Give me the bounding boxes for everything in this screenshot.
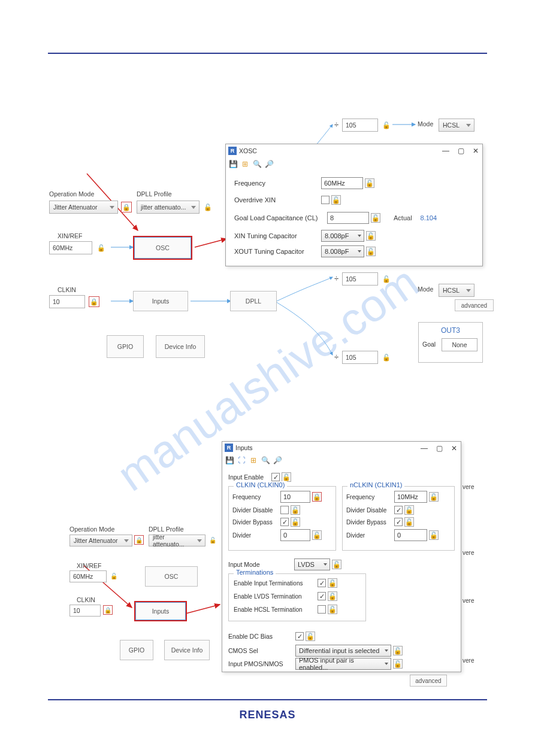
osc-block[interactable]: OSC	[145, 566, 198, 587]
cmos-sel-select[interactable]: Differential input is selected	[295, 645, 391, 657]
minimize-icon[interactable]: —	[421, 444, 428, 453]
clkin-field[interactable]: 10	[49, 295, 85, 308]
lock-icon[interactable]: 🔓	[328, 578, 337, 588]
svg-line-7	[186, 605, 220, 614]
device-info-block[interactable]: Device Info	[156, 335, 205, 358]
lock-icon[interactable]: 🔓	[393, 659, 403, 669]
lock-icon[interactable]: 🔓	[208, 535, 217, 545]
clk0-divbyp-checkbox[interactable]: ✓	[280, 518, 289, 526]
op-mode-select[interactable]: Jitter Attenuator	[69, 535, 132, 546]
lock-icon[interactable]: 🔓	[404, 517, 414, 527]
xinref-field[interactable]: 60MHz	[69, 570, 107, 582]
lock-icon[interactable]: 🔓	[96, 242, 107, 253]
clk0-div-input[interactable]: 0	[280, 529, 310, 541]
op-mode-select[interactable]: Jitter Attenuator	[49, 201, 118, 214]
maximize-icon[interactable]: ▢	[436, 444, 443, 453]
lock-icon[interactable]: 🔓	[366, 231, 376, 241]
clk1-divdis-checkbox[interactable]: ✓	[394, 506, 403, 514]
lock-icon[interactable]: 🔓	[371, 213, 380, 223]
lock-icon[interactable]: 🔓	[291, 517, 300, 527]
close-icon[interactable]: ✕	[451, 444, 457, 453]
dpll-block[interactable]: DPLL	[230, 291, 277, 311]
lock-icon[interactable]: 🔒	[89, 296, 99, 307]
cl-input[interactable]: 8	[327, 212, 369, 224]
advanced-button[interactable]: advanced	[455, 299, 494, 311]
save-icon[interactable]: 💾	[228, 159, 238, 169]
term-hcsl-checkbox[interactable]	[318, 605, 326, 614]
mode-select[interactable]: HCSL	[439, 284, 474, 297]
xin-cap-select[interactable]: 8.008pF	[321, 230, 364, 242]
lock-icon[interactable]: 🔓	[332, 560, 341, 569]
lock-icon[interactable]: 🔓	[381, 120, 392, 130]
input-mode-select[interactable]: LVDS	[294, 558, 330, 570]
xout-cap-select[interactable]: 8.008pF	[321, 245, 364, 257]
inputs-window: R Inputs — ▢ ✕ 💾 ⛶ ⊞ 🔍 🔎 Input Enable ✓ …	[222, 441, 461, 672]
cutoff-text: vere	[463, 597, 474, 604]
lock-icon[interactable]: 🔓	[306, 631, 315, 641]
pmos-nmos-select[interactable]: PMOS input pair is enabled...	[295, 658, 391, 670]
app-icon: R	[228, 147, 237, 155]
lock-icon[interactable]: 🔓	[291, 505, 300, 515]
lock-icon[interactable]: 🔒	[134, 535, 144, 545]
zoom-in-icon[interactable]: 🔎	[264, 159, 274, 169]
lock-icon[interactable]: 🔓	[282, 472, 291, 482]
term-lvds-checkbox[interactable]: ✓	[318, 592, 326, 600]
inputs-block[interactable]: Inputs	[134, 601, 187, 621]
lock-icon[interactable]: 🔓	[312, 530, 322, 540]
device-info-block[interactable]: Device Info	[164, 640, 210, 660]
save-icon[interactable]: 💾	[225, 456, 234, 465]
clk0-divdis-checkbox[interactable]	[280, 506, 289, 514]
clk0-freq-input[interactable]: 10	[280, 491, 310, 503]
lock-icon[interactable]: 🔓	[328, 591, 337, 601]
lock-icon[interactable]: 🔓	[429, 492, 439, 502]
dpll-profile-select[interactable]: jitter attenuato...	[137, 201, 200, 214]
lock-icon[interactable]: 🔓	[109, 571, 119, 581]
advanced-button[interactable]: advanced	[410, 675, 447, 687]
dpll-profile-select[interactable]: jitter attenuato...	[149, 535, 205, 546]
gpio-block[interactable]: GPIO	[120, 640, 153, 660]
input-enable-checkbox[interactable]: ✓	[271, 473, 280, 481]
goal-field[interactable]: None	[442, 338, 477, 351]
clkin-field[interactable]: 10	[69, 605, 101, 617]
lock-icon[interactable]: 🔓	[404, 505, 414, 515]
zoom-out-icon[interactable]: 🔍	[261, 456, 270, 465]
lock-icon[interactable]: 🔒	[103, 605, 113, 615]
fit-icon[interactable]: ⛶	[237, 456, 246, 465]
clk1-freq-input[interactable]: 10MHz	[394, 491, 427, 503]
osc-block[interactable]: OSC	[133, 236, 192, 260]
grid-icon[interactable]: ⊞	[240, 159, 250, 169]
maximize-icon[interactable]: ▢	[458, 147, 464, 155]
lock-icon[interactable]: 🔓	[366, 247, 376, 256]
lock-icon[interactable]: 🔓	[331, 195, 341, 205]
overdrive-checkbox[interactable]	[321, 196, 330, 204]
zoom-in-icon[interactable]: 🔎	[273, 456, 282, 465]
lock-icon[interactable]: 🔓	[393, 646, 403, 655]
grid-icon[interactable]: ⊞	[249, 456, 258, 465]
lock-icon[interactable]: 🔓	[381, 352, 392, 363]
lock-icon[interactable]: 🔓	[429, 530, 439, 540]
lock-icon[interactable]: 🔓	[365, 178, 374, 188]
xinref-field[interactable]: 60MHz	[49, 241, 92, 254]
inputs-block[interactable]: Inputs	[133, 291, 188, 311]
divider-field[interactable]: 105	[342, 351, 378, 364]
lock-icon[interactable]: 🔒	[121, 202, 132, 212]
term-in-checkbox[interactable]: ✓	[318, 579, 326, 587]
lock-icon[interactable]: 🔓	[328, 605, 337, 614]
divider-field[interactable]: 105	[342, 119, 378, 132]
close-icon[interactable]: ✕	[473, 147, 479, 155]
lock-icon[interactable]: 🔒	[312, 492, 322, 502]
minimize-icon[interactable]: —	[442, 147, 449, 155]
pmos-nmos-label: Input PMOS/NMOS	[228, 660, 295, 667]
out3-title: OUT3	[419, 323, 482, 335]
dcbias-checkbox[interactable]: ✓	[295, 632, 304, 640]
divider-field[interactable]: 105	[342, 272, 378, 286]
lock-icon[interactable]: 🔓	[202, 202, 213, 212]
mode-select[interactable]: HCSL	[439, 119, 474, 132]
term-in-label: Enable Input Terminations	[234, 580, 318, 587]
clk1-divbyp-checkbox[interactable]: ✓	[394, 518, 403, 526]
clk1-div-input[interactable]: 0	[394, 529, 427, 541]
gpio-block[interactable]: GPIO	[107, 335, 144, 358]
zoom-out-icon[interactable]: 🔍	[252, 159, 262, 169]
lock-icon[interactable]: 🔓	[381, 274, 392, 284]
frequency-input[interactable]: 60MHz	[321, 177, 363, 189]
